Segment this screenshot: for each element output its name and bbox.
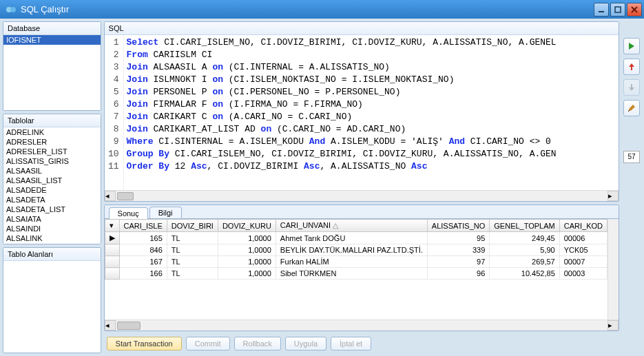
cell[interactable]: 339	[427, 244, 489, 256]
table-item[interactable]: ALISSATIS_GIRIS	[3, 156, 101, 166]
cell[interactable]: 96	[427, 268, 489, 280]
sql-editor[interactable]: 1234567891011 Select CI.CARI_ISLEM_NO, C…	[105, 35, 619, 190]
cell[interactable]: 00007	[559, 256, 607, 268]
cell[interactable]: 1,0000	[218, 256, 276, 268]
fields-list[interactable]	[3, 261, 101, 353]
svg-rect-2	[599, 11, 604, 12]
cell[interactable]: 1,0000	[218, 232, 276, 244]
table-item[interactable]: ADRESLER	[3, 137, 101, 147]
column-header[interactable]: GENEL_TOPLAM	[490, 220, 559, 232]
run-button[interactable]	[623, 38, 640, 54]
fields-panel: Tablo Alanları	[3, 247, 101, 353]
cell[interactable]: 167	[119, 256, 167, 268]
cell[interactable]: Ahmet Tarık DOĞU	[276, 232, 427, 244]
svg-rect-3	[615, 7, 621, 12]
table-row[interactable]: 846TL1,0000BEYLİK DAY.TÜK.MALLARI PAZ.LT…	[105, 244, 607, 256]
table-item[interactable]: ALSADETA	[3, 195, 101, 205]
table-row[interactable]: 166TL1,0000Sibel TÜRKMEN9610.452,8500003	[105, 268, 607, 280]
cell[interactable]: 166	[119, 268, 167, 280]
table-item[interactable]: ALSAINDI	[3, 224, 101, 233]
cell[interactable]: TL	[167, 268, 218, 280]
cell[interactable]: TL	[167, 244, 218, 256]
database-panel: Database IOFISNET	[3, 21, 101, 111]
sql-label: SQL	[105, 22, 619, 35]
column-header[interactable]: CARI_UNVANI △	[276, 220, 427, 232]
table-item[interactable]: ALSADETA_LIST	[3, 205, 101, 214]
cell[interactable]: 846	[119, 244, 167, 256]
sql-hscroll[interactable]: ◂ ▸	[105, 190, 619, 201]
result-panel: Sonuç Bilgi ▾CARI_ISLEDOVIZ_BIRIDOVIZ_KU…	[104, 205, 619, 331]
tab-info[interactable]: Bilgi	[149, 207, 182, 218]
cell[interactable]: TL	[167, 256, 218, 268]
down-arrow-button[interactable]	[623, 79, 640, 96]
table-item[interactable]: ALSAASIL_LIST	[3, 176, 101, 185]
cancel-button[interactable]: İptal et	[331, 337, 371, 350]
fields-label: Tablo Alanları	[3, 248, 101, 261]
table-row[interactable]: 167TL1,0000Furkan HALİM97269,5700007	[105, 256, 607, 268]
table-item[interactable]: ALSAIATA	[3, 214, 101, 224]
rollback-button[interactable]: Rollback	[234, 337, 281, 350]
row-selector-header[interactable]: ▾	[105, 220, 119, 232]
row-indicator	[105, 268, 119, 280]
cell[interactable]: 1,0000	[218, 268, 276, 280]
database-item[interactable]: IOFISNET	[3, 35, 101, 45]
cell[interactable]: Sibel TÜRKMEN	[276, 268, 427, 280]
cell[interactable]: Furkan HALİM	[276, 256, 427, 268]
cell[interactable]: 95	[427, 232, 489, 244]
column-header[interactable]: DOVIZ_KURU	[218, 220, 276, 232]
app-icon	[6, 4, 17, 15]
grid-hscroll[interactable]: ◂ ▸	[105, 320, 619, 331]
column-header[interactable]: ALISSATIS_NO	[427, 220, 489, 232]
cell[interactable]: BEYLİK DAY.TÜK.MALLARI PAZ.LTD.ŞTİ.	[276, 244, 427, 256]
start-transaction-button[interactable]: Start Transaction	[107, 337, 182, 350]
transaction-bar: Start Transaction Commit Rollback Uygula…	[104, 334, 619, 353]
table-item[interactable]: ALSADEDE	[3, 185, 101, 195]
result-grid[interactable]: ▾CARI_ISLEDOVIZ_BIRIDOVIZ_KURUCARI_UNVAN…	[105, 219, 607, 320]
cell[interactable]: 249,45	[490, 232, 559, 244]
maximize-button[interactable]	[610, 3, 625, 17]
cell[interactable]: TL	[167, 232, 218, 244]
scroll-thumb[interactable]	[117, 192, 134, 200]
grid-scroll-right[interactable]: ▸	[607, 320, 619, 331]
tab-result[interactable]: Sonuç	[109, 207, 148, 219]
up-arrow-button[interactable]	[623, 59, 640, 75]
cell[interactable]: 10.452,85	[490, 268, 559, 280]
scroll-right-arrow[interactable]: ▸	[607, 191, 619, 201]
database-list[interactable]: IOFISNET	[3, 35, 101, 110]
minimize-button[interactable]	[594, 3, 609, 17]
result-tabs: Sonuç Bilgi	[105, 205, 619, 219]
cell[interactable]: 00006	[559, 232, 607, 244]
cell[interactable]: 5,90	[490, 244, 559, 256]
side-toolbar: 57	[622, 21, 641, 353]
grid-vscroll[interactable]	[607, 219, 619, 320]
edit-button[interactable]	[623, 100, 640, 116]
table-item[interactable]: ALSAASIL	[3, 166, 101, 176]
cell[interactable]: 1,0000	[218, 244, 276, 256]
cell[interactable]: 165	[119, 232, 167, 244]
apply-button[interactable]: Uygula	[285, 337, 326, 350]
row-indicator: ▶	[105, 232, 119, 244]
table-row[interactable]: ▶165TL1,0000Ahmet Tarık DOĞU95249,450000…	[105, 232, 607, 244]
cell[interactable]: 00003	[559, 268, 607, 280]
table-item[interactable]: ALSALINK	[3, 233, 101, 243]
commit-button[interactable]: Commit	[186, 337, 230, 350]
tables-panel: Tablolar ADRELINKADRESLERADRESLER_LISTAL…	[3, 114, 101, 244]
row-indicator	[105, 244, 119, 256]
table-item[interactable]: ADRESLER_LIST	[3, 147, 101, 156]
cell[interactable]: 97	[427, 256, 489, 268]
table-item[interactable]: ADRELINK	[3, 127, 101, 137]
column-header[interactable]: CARI_KOD	[559, 220, 607, 232]
tables-label: Tablolar	[3, 114, 101, 127]
svg-point-1	[10, 7, 16, 12]
database-label: Database	[3, 22, 101, 35]
tables-list[interactable]: ADRELINKADRESLERADRESLER_LISTALISSATIS_G…	[3, 127, 101, 244]
column-header[interactable]: DOVIZ_BIRI	[167, 220, 218, 232]
column-header[interactable]: CARI_ISLE	[119, 220, 167, 232]
cell[interactable]: 269,57	[490, 256, 559, 268]
grid-scroll-left[interactable]: ◂	[105, 320, 116, 331]
close-button[interactable]	[627, 3, 642, 17]
grid-scroll-thumb[interactable]	[117, 322, 141, 330]
scroll-left-arrow[interactable]: ◂	[105, 191, 116, 201]
row-indicator	[105, 256, 119, 268]
cell[interactable]: YCK05	[559, 244, 607, 256]
